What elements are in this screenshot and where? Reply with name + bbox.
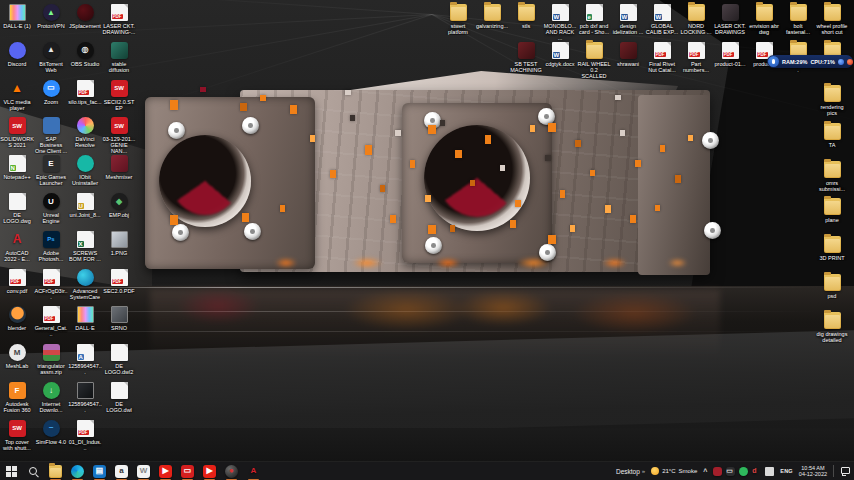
taskbar-render-sphere-app[interactable]: ● [225,465,238,478]
desktop-icon-label: TA [815,142,849,148]
plane-icon [824,198,841,215]
desktop-icon-psd[interactable]: psd [815,274,849,299]
taskbar-media-app[interactable]: ▭ [181,465,194,478]
taskbar-autocad-app[interactable]: A [247,465,260,478]
weather-sun-icon [651,467,659,475]
idm-tray-icon[interactable]: d [752,467,761,476]
desktop-icon-label: psd [815,293,849,299]
file-explorer-icon [49,465,62,478]
tray-separator [833,465,834,477]
performance-overlay[interactable]: RAM:29% CPU:71% [767,55,853,68]
overlay-record-dot-icon[interactable] [847,59,853,65]
autocad-app-icon: A [247,465,260,478]
taskbar-clock[interactable]: 10:54 AM 04-12-2022 [799,465,827,478]
weather-widget[interactable]: 21°C Smoke [651,467,697,475]
render-sphere-app-icon: ● [225,465,238,478]
taskbar-youtube-2[interactable]: ▶ [203,465,216,478]
cpu-usage: CPU:71% [810,59,834,65]
ta-icon [824,123,841,140]
omrs-submission-icon [824,161,841,178]
desktop-icon-ta[interactable]: TA [815,123,849,148]
system-tray: Desktop » 21°C Smoke ^ ▭d ENG 10:54 AM 0… [616,462,854,480]
taskbar-microsoft-store[interactable]: ▤ [93,465,106,478]
desktop-root: DALL-E (1)▲ProtonVPNJSplacementLASER CKT… [0,0,854,480]
systemcare-tray-icon[interactable] [739,467,748,476]
youtube-icon: ▶ [159,465,172,478]
office-doc-a-icon: a [115,465,128,478]
keyboard-tray-icon-icon [765,467,774,476]
desktop-icon-threed-print[interactable]: 3D PRINT [815,236,849,261]
desktop-icon-label: rendering pics [815,104,849,116]
desktop-icon-label: 3D PRINT [815,255,849,261]
weather-condition: Smoke [679,468,698,474]
taskbar-office-doc-a[interactable]: a [115,465,128,478]
start-button-icon [5,465,18,478]
taskbar-edge-browser[interactable] [71,465,84,478]
display-tray-icon[interactable]: ▭ [726,467,735,476]
ram-usage: RAM:29% [782,59,807,65]
media-app-icon: ▭ [181,465,194,478]
desktop-toolbar-label: Desktop [616,468,640,475]
systemcare-tray-icon-icon [739,467,748,476]
tray-icons: ▭d [713,467,774,476]
edge-browser-icon [71,465,84,478]
clock-date: 04-12-2022 [799,471,827,478]
taskbar-youtube[interactable]: ▶ [159,465,172,478]
taskbar-start-button[interactable] [5,465,18,478]
psd-icon [824,274,841,291]
radeon-tray-icon[interactable] [713,467,722,476]
toolbar-chevron-icon[interactable]: » [642,468,645,474]
display-tray-icon-icon: ▭ [726,467,735,476]
desktop-icon-label: omrs submissi... [815,180,849,192]
idm-tray-icon-icon: d [752,467,761,476]
keyboard-tray-icon[interactable] [765,467,774,476]
rendering-pics-icon [824,85,841,102]
desktop-icon-label: dig drawings detailed [815,331,849,343]
youtube-2-icon: ▶ [203,465,216,478]
taskbar-search-button[interactable] [27,465,40,478]
desktop-icon-rendering-pics[interactable]: rendering pics [815,85,849,116]
taskbar-pinned-apps: ▤aW▶▭▶●A [0,462,260,480]
hidden-icons-chevron[interactable]: ^ [703,468,707,475]
language-indicator[interactable]: ENG [780,468,793,474]
desktop-toolbar[interactable]: Desktop » [616,468,645,475]
word-doc-icon: W [137,465,150,478]
desktop-icon-dig-drawings-detailed[interactable]: dig drawings detailed [815,312,849,343]
taskbar: ▤aW▶▭▶●A Desktop » 21°C Smoke ^ ▭d ENG 1… [0,462,854,480]
radeon-tray-icon-icon [713,467,722,476]
action-center-icon[interactable] [840,466,851,477]
threed-print-icon [824,236,841,253]
desktop-icon-label: plane [815,217,849,223]
microsoft-store-icon: ▤ [93,465,106,478]
taskbar-file-explorer[interactable] [49,465,62,478]
desktop-icon-grid-right-edge: rendering picsTAomrs submissi...plane3D … [0,0,854,480]
desktop-icon-plane[interactable]: plane [815,198,849,223]
desktop-icon-omrs-submission[interactable]: omrs submissi... [815,161,849,192]
taskbar-word-doc[interactable]: W [137,465,150,478]
dig-drawings-detailed-icon [824,312,841,329]
overlay-blue-dot-icon[interactable] [838,59,844,65]
search-button-icon [27,465,40,478]
mic-icon [768,56,779,67]
weather-temperature: 21°C [662,468,675,474]
